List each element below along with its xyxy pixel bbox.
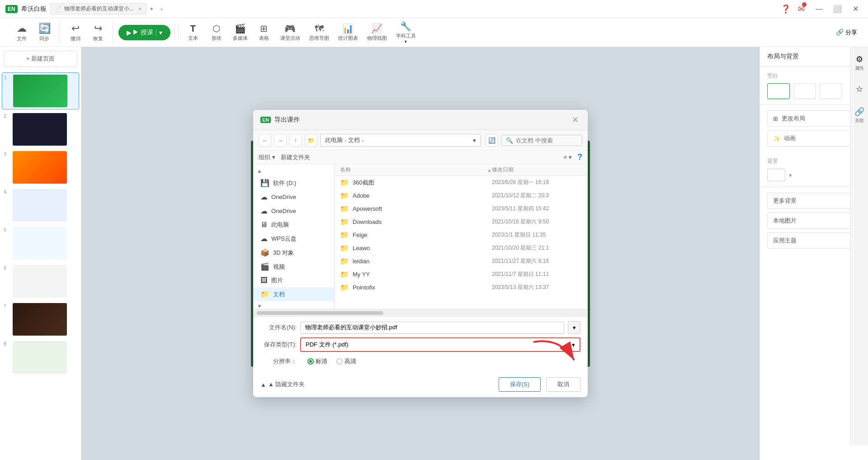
new-folder-button[interactable]: 新建文件夹 bbox=[281, 153, 310, 161]
layout-option[interactable] bbox=[820, 83, 842, 99]
sidebar-item-pictures[interactable]: 🖼 图片 bbox=[253, 274, 334, 287]
local-img-button[interactable]: 本地图片 bbox=[767, 213, 861, 229]
search-input[interactable] bbox=[516, 137, 577, 144]
minimize-button[interactable]: — bbox=[812, 3, 826, 15]
breadcrumb-bar[interactable]: 此电脑 › 文档 › ▾ bbox=[320, 134, 481, 147]
shape-tool-button[interactable]: ⬡ 形状 bbox=[206, 21, 227, 43]
filetype-select[interactable]: PDF 文件 (*.pdf) ▾ bbox=[300, 337, 580, 352]
horizontal-scrollbar[interactable] bbox=[253, 309, 588, 316]
file-row[interactable]: 📁 Feige 2023/1/1 星期日 11:35 bbox=[335, 228, 588, 242]
share-group: 🔗 分享 bbox=[832, 27, 861, 38]
file-footer: 文件名(N): ▾ 保存类型(T): PDF 文件 (*.pdf) ▾ bbox=[253, 316, 588, 374]
activity-tool-button[interactable]: 🎮 课堂活动 bbox=[277, 21, 304, 43]
redo-button[interactable]: ↪ 恢复 bbox=[87, 21, 109, 44]
sidebar-scroll-down[interactable]: ▼ bbox=[253, 301, 334, 309]
view-options-button[interactable]: ≡ ▾ bbox=[564, 154, 572, 161]
sidebar-item-video[interactable]: 🎬 视频 bbox=[253, 260, 334, 274]
layout-icon: ⊞ bbox=[773, 115, 778, 122]
file-row[interactable]: 📁 Apowersoft 2023/5/11 星期四 15:42 bbox=[335, 202, 588, 215]
resolution-hd-option[interactable]: 高清 bbox=[336, 357, 356, 365]
breadcrumb-dropdown-icon[interactable]: ▾ bbox=[473, 137, 476, 144]
layout-option[interactable] bbox=[767, 83, 790, 99]
sidebar-item-documents[interactable]: 📁 文档 bbox=[253, 287, 334, 301]
tab-dropdown-icon[interactable]: ▾ bbox=[150, 5, 153, 12]
sidebar-item-onedrive2[interactable]: ☁ OneDrive bbox=[253, 204, 334, 218]
change-layout-label: 更改布局 bbox=[782, 114, 805, 123]
resolution-row: 分辨率： 标清 高清 bbox=[260, 356, 580, 367]
add-tab-icon[interactable]: ＋ bbox=[159, 5, 165, 13]
filename-dropdown-button[interactable]: ▾ bbox=[568, 321, 580, 334]
col-date-header[interactable]: 修改日期 bbox=[492, 166, 582, 174]
more-bg-button[interactable]: 更多背景 bbox=[767, 193, 861, 209]
slide-item[interactable]: 3 bbox=[2, 149, 79, 185]
file-row[interactable]: 📁 leidian 2021/11/27 星期六 8:16 bbox=[335, 255, 588, 268]
slide-item[interactable]: 4 bbox=[2, 187, 79, 223]
undo-button[interactable]: ↩ 撤消 bbox=[65, 21, 86, 44]
sidebar-item-wps[interactable]: ☁ WPS云盘 bbox=[253, 232, 334, 246]
file-name: leidian bbox=[353, 258, 492, 265]
save-button[interactable]: 保存(S) bbox=[499, 377, 541, 392]
filename-input[interactable] bbox=[300, 322, 564, 334]
document-tab[interactable]: 📄 物理老师必看的互动课堂小... × bbox=[50, 3, 147, 14]
slide-item[interactable]: 5 bbox=[2, 225, 79, 261]
file-row[interactable]: 📁 My YY 2021/11/7 星期日 11:11 bbox=[335, 268, 588, 281]
notification-icon[interactable]: ✉ bbox=[798, 4, 805, 14]
tools-button[interactable]: 🔧 学科工具 ▾ bbox=[392, 19, 420, 46]
slide-item[interactable]: 1 bbox=[2, 72, 79, 109]
bg-dropdown-icon[interactable]: ▾ bbox=[789, 172, 792, 179]
change-layout-button[interactable]: ⊞ 更改布局 bbox=[767, 110, 861, 127]
sidebar-scroll-up[interactable]: ▲ bbox=[253, 166, 334, 176]
text-tool-button[interactable]: T 文本 bbox=[182, 22, 204, 43]
mindmap-tool-button[interactable]: 🗺 思维导图 bbox=[306, 22, 333, 43]
nav-folder-icon: 📁 bbox=[305, 134, 317, 147]
file-row[interactable]: 📁 Downloads 2021/10/16 星期六 9:50 bbox=[335, 215, 588, 228]
animate-button[interactable]: ✨ 动画 bbox=[767, 130, 861, 147]
share-button[interactable]: 🔗 分享 bbox=[832, 27, 861, 38]
dialog-close-button[interactable]: ✕ bbox=[570, 114, 580, 125]
file-row[interactable]: 📁 360截图 2023/6/26 星期一 16:18 bbox=[335, 176, 588, 189]
media-tool-button[interactable]: 🎬 多媒体 bbox=[229, 21, 251, 43]
scrollbar-thumb-h[interactable] bbox=[257, 311, 383, 315]
properties-icon-button[interactable]: ⚙ 属性 bbox=[853, 52, 866, 73]
refresh-button[interactable]: 🔄 bbox=[486, 134, 498, 147]
slide-item[interactable]: 6 bbox=[2, 263, 79, 299]
cancel-button[interactable]: 取消 bbox=[546, 377, 580, 392]
nav-forward-button[interactable]: → bbox=[274, 134, 287, 147]
slide-item[interactable]: 7 bbox=[2, 301, 79, 337]
col-name-header[interactable]: 名称 bbox=[340, 166, 485, 174]
organize-button[interactable]: 组织 ▾ bbox=[259, 153, 275, 161]
file-row[interactable]: 📁 Adobe 2021/10/12 星期二 20:3 bbox=[335, 189, 588, 202]
apply-theme-button[interactable]: 应用主题 bbox=[767, 232, 861, 249]
sidebar-item-computer[interactable]: 🖥 此电脑 bbox=[253, 218, 334, 232]
file-button[interactable]: ☁ 文件 bbox=[11, 21, 33, 44]
new-page-button[interactable]: + 新建页面 bbox=[4, 51, 77, 67]
filetype-row: 保存类型(T): PDF 文件 (*.pdf) ▾ bbox=[260, 337, 580, 352]
teach-dropdown-icon[interactable]: ▾ bbox=[156, 29, 162, 36]
maximize-button[interactable]: ⬜ bbox=[830, 3, 844, 15]
file-row[interactable]: 📁 Leawo 2021/10/20 星期三 21:1 bbox=[335, 242, 588, 255]
star-icon-button[interactable]: ☆ bbox=[854, 82, 865, 96]
slide-item[interactable]: 2 bbox=[2, 111, 79, 147]
sidebar-item-onedrive1[interactable]: ☁ OneDrive bbox=[253, 190, 334, 204]
file-row[interactable]: 📁 Pointofix 2023/5/13 星期六 13:37 bbox=[335, 281, 588, 294]
resolution-standard-option[interactable]: 标清 bbox=[307, 357, 327, 365]
sidebar-item-3d[interactable]: 📦 3D 对象 bbox=[253, 246, 334, 260]
link-icon-button[interactable]: 🔗 关联 bbox=[853, 105, 866, 126]
nav-back-button[interactable]: ← bbox=[259, 134, 271, 147]
sync-button[interactable]: 🔄 同步 bbox=[33, 21, 55, 44]
nav-up-button[interactable]: ↑ bbox=[289, 134, 302, 147]
hide-files-button[interactable]: ▲ ▲ 隐藏文件夹 bbox=[260, 380, 305, 389]
close-button[interactable]: ✕ bbox=[848, 3, 863, 15]
bg-color-picker[interactable] bbox=[767, 169, 785, 181]
layout-option[interactable] bbox=[793, 83, 816, 99]
stats-tool-button[interactable]: 📊 统计图表 bbox=[335, 21, 362, 43]
help-icon-dialog[interactable]: ? bbox=[577, 152, 582, 162]
table-tool-button[interactable]: ⊞ 表格 bbox=[253, 21, 275, 43]
help-icon[interactable]: ❓ bbox=[781, 4, 791, 14]
physics-tool-button[interactable]: 📈 物理线图 bbox=[363, 21, 391, 43]
teach-button[interactable]: ▶ ▶ 授课 ▾ bbox=[118, 25, 170, 40]
sidebar-item-drive[interactable]: 💾 软件 (D:) bbox=[253, 176, 334, 190]
tab-close-btn[interactable]: × bbox=[138, 5, 142, 12]
toolbar: ☁ 文件 🔄 同步 ↩ 撤消 ↪ 恢复 ▶ ▶ 授课 ▾ T 文本 ⬡ 形状 🎬 bbox=[0, 18, 868, 47]
slide-item[interactable]: 8 bbox=[2, 339, 79, 375]
